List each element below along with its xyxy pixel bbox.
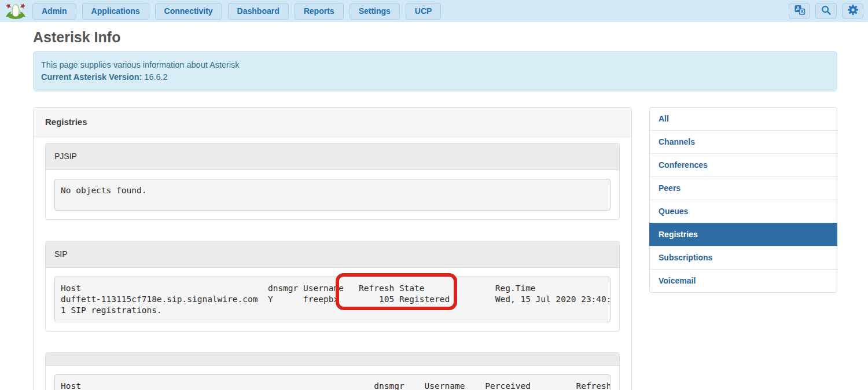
sidebar-item-peers[interactable]: Peers [650, 176, 837, 200]
main-menu: Admin Applications Connectivity Dashboar… [32, 3, 441, 20]
sidebar-item-channels[interactable]: Channels [650, 130, 837, 153]
sip-section: SIP Host dnsmgr Username Refresh State R… [45, 241, 620, 332]
sip-section-title: SIP [46, 241, 619, 268]
iax2-section: Host dnsmgr Username Perceived Refresh S… [45, 352, 620, 390]
pjsip-section-title: PJSIP [46, 144, 619, 170]
iax2-console-output: Host dnsmgr Username Perceived Refresh S… [54, 374, 610, 390]
version-value: 16.6.2 [142, 72, 167, 82]
gear-icon [847, 4, 859, 18]
language-button[interactable] [789, 3, 810, 19]
sidebar-item-conferences[interactable]: Conferences [650, 153, 837, 176]
tab-reports[interactable]: Reports [295, 3, 344, 20]
iax2-section-title [46, 353, 619, 366]
asterisk-info-nav: All Channels Conferences Peers Queues Re… [649, 107, 837, 293]
tab-connectivity[interactable]: Connectivity [155, 3, 222, 20]
sidebar-item-subscriptions[interactable]: Subscriptions [650, 246, 837, 269]
info-alert: This page supplies various information a… [33, 51, 837, 91]
search-button[interactable] [815, 3, 837, 19]
info-alert-version-line: Current Asterisk Version: 16.6.2 [41, 71, 829, 83]
version-label: Current Asterisk Version: [41, 72, 142, 82]
page-title: Asterisk Info [33, 29, 837, 45]
pjsip-console-output: No objects found. [54, 179, 610, 211]
top-navbar: Admin Applications Connectivity Dashboar… [0, 0, 868, 22]
sidebar-item-voicemail[interactable]: Voicemail [650, 269, 837, 292]
sip-console-output: Host dnsmgr Username Refresh State Reg.T… [54, 277, 610, 322]
navbar-actions [789, 3, 863, 19]
tab-dashboard[interactable]: Dashboard [228, 3, 289, 20]
pjsip-section: PJSIP No objects found. [45, 143, 620, 220]
sidebar-item-queues[interactable]: Queues [650, 200, 837, 223]
tab-applications[interactable]: Applications [82, 3, 149, 20]
registries-panel: Registries PJSIP No objects found. SIP H… [33, 107, 632, 390]
search-icon [821, 5, 832, 18]
registries-panel-body: PJSIP No objects found. SIP Host dnsmgr … [34, 137, 631, 390]
tab-admin[interactable]: Admin [32, 3, 76, 20]
freepbx-frog-logo[interactable] [3, 2, 28, 20]
sidebar-item-registries[interactable]: Registries [649, 223, 837, 246]
settings-button[interactable] [842, 3, 863, 19]
page-content: Asterisk Info This page supplies various… [0, 29, 868, 390]
info-alert-line1: This page supplies various information a… [41, 59, 829, 71]
tab-settings[interactable]: Settings [350, 3, 400, 20]
registries-panel-title: Registries [34, 108, 631, 137]
tab-ucp[interactable]: UCP [406, 3, 442, 20]
language-icon [794, 4, 806, 18]
sidebar-item-all[interactable]: All [650, 108, 837, 130]
